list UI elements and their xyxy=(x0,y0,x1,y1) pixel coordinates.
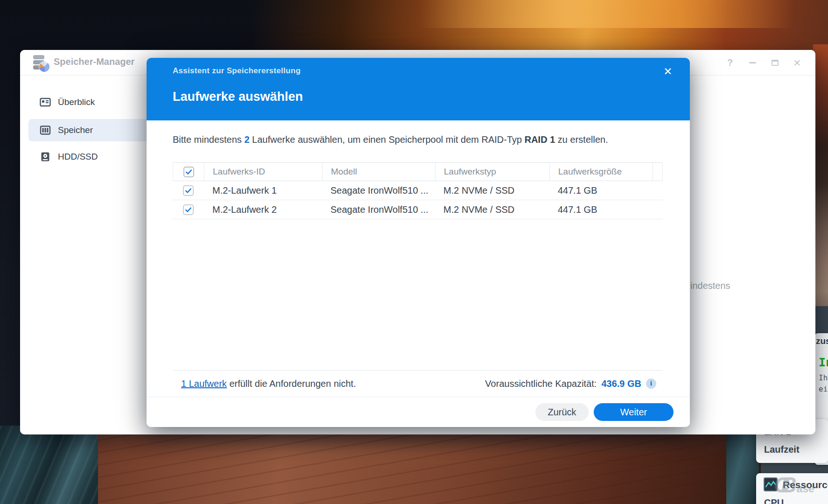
resource-monitor-widget: Ressource CPU xyxy=(756,473,828,504)
drive-2-checkbox[interactable] xyxy=(183,204,194,215)
overview-icon xyxy=(40,97,51,108)
close-window-button[interactable]: ✕ xyxy=(792,58,802,68)
sidebar-item-label: Speicher xyxy=(58,125,93,135)
sidebar-item-label: HDD/SSD xyxy=(58,152,98,162)
storage-icon xyxy=(40,125,51,136)
drive-table: Laufwerks-ID Modell Laufwerkstyp Laufwer… xyxy=(173,162,663,219)
column-header-drive-id[interactable]: Laufwerks-ID xyxy=(204,163,323,181)
resource-monitor-icon xyxy=(764,477,778,491)
storage-manager-app-icon xyxy=(32,54,49,72)
status-text-green: In xyxy=(819,356,828,369)
unqualified-drives-link[interactable]: 1 Laufwerk xyxy=(181,378,227,389)
sidebar: Überblick Speicher HDD/SSD xyxy=(20,76,165,434)
next-button[interactable]: Weiter xyxy=(594,403,674,421)
drive-size-cell: 447.1 GB xyxy=(549,200,653,219)
minimize-button[interactable] xyxy=(747,58,758,68)
min-drive-count: 2 xyxy=(244,134,249,145)
pie-chart-icon xyxy=(39,62,49,72)
info-icon[interactable]: i xyxy=(646,378,656,389)
drive-table-header: Laufwerks-ID Modell Laufwerkstyp Laufwer… xyxy=(173,162,663,181)
drive-model-cell: Seagate IronWolf510 ... xyxy=(322,181,435,200)
hdd-icon xyxy=(40,151,51,162)
dialog-footer: Zurück Weiter xyxy=(147,397,690,427)
drive-id-cell: M.2-Laufwerk 1 xyxy=(204,181,322,200)
column-header-drive-size[interactable]: Laufwerksgröße xyxy=(550,163,653,181)
raid-type: RAID 1 xyxy=(525,134,555,145)
select-all-cell xyxy=(173,163,204,181)
requirement-note: 1 Laufwerk erfüllt die Anforderungen nic… xyxy=(181,378,356,389)
widget-text-fragment: zus xyxy=(816,336,828,346)
sidebar-item-speicher[interactable]: Speicher xyxy=(28,119,160,141)
sidebar-item-ueberblick[interactable]: Überblick xyxy=(28,91,160,113)
dialog-header: Assistent zur Speichererstellung Laufwer… xyxy=(147,58,690,120)
back-button[interactable]: Zurück xyxy=(535,403,589,421)
drive-type-cell: M.2 NVMe / SSD xyxy=(435,200,549,219)
column-header-drive-type[interactable]: Laufwerkstyp xyxy=(435,163,550,181)
maximize-button[interactable] xyxy=(770,58,780,68)
window-title: Speicher-Manager xyxy=(54,56,134,67)
instruction-middle: Laufwerke auswählen, um einen Speicherpo… xyxy=(250,134,525,145)
drive-model-cell: Seagate IronWolf510 ... xyxy=(322,200,435,219)
help-button[interactable]: ? xyxy=(725,58,735,68)
sidebar-item-hdd-ssd[interactable]: HDD/SSD xyxy=(28,146,160,168)
wallpaper-brown-streaks xyxy=(98,427,761,504)
widget-text-fragment: ei xyxy=(819,385,828,393)
drive-row-2[interactable]: M.2-Laufwerk 2 Seagate IronWolf510 ... M… xyxy=(173,200,663,219)
column-header-model[interactable]: Modell xyxy=(323,163,435,181)
summary-row: 1 Laufwerk erfüllt die Anforderungen nic… xyxy=(173,370,663,397)
storage-creation-wizard-dialog: Assistent zur Speichererstellung Laufwer… xyxy=(147,58,690,427)
column-header-spare xyxy=(653,163,663,181)
drive-type-cell: M.2 NVMe / SSD xyxy=(435,181,549,200)
cpu-label: CPU xyxy=(764,497,784,504)
sidebar-item-label: Überblick xyxy=(58,97,95,107)
widget-text-fragment: Ih xyxy=(819,373,828,382)
instruction-prefix: Bitte mindestens xyxy=(173,134,244,145)
drive-size-cell: 447.1 GB xyxy=(549,181,653,200)
resource-label: Ressource xyxy=(783,479,828,490)
close-dialog-button[interactable]: ✕ xyxy=(660,63,676,79)
drive-1-checkbox[interactable] xyxy=(183,185,194,196)
wizard-title: Assistent zur Speichererstellung xyxy=(173,66,301,76)
wallpaper-flame-highlight xyxy=(420,0,793,28)
instruction-suffix: zu erstellen. xyxy=(555,134,608,145)
dialog-step-title: Laufwerke auswählen xyxy=(173,90,303,104)
window-controls: ? ✕ xyxy=(725,50,802,76)
capacity-summary: Voraussichtliche Kapazität: 436.9 GB i xyxy=(485,378,656,389)
check-icon xyxy=(185,168,193,176)
check-icon xyxy=(184,206,192,214)
capacity-label: Voraussichtliche Kapazität: xyxy=(485,378,596,389)
instruction-text: Bitte mindestens 2 Laufwerke auswählen, … xyxy=(173,134,608,145)
check-icon xyxy=(184,187,192,195)
requirement-note-text: erfüllt die Anforderungen nicht. xyxy=(227,378,356,389)
minimize-icon xyxy=(749,62,756,63)
background-text-fragment: indestens xyxy=(690,280,730,291)
capacity-value: 436.9 GB xyxy=(601,378,641,389)
wallpaper-teal-patch xyxy=(726,430,759,504)
drive-row-1[interactable]: M.2-Laufwerk 1 Seagate IronWolf510 ... M… xyxy=(173,181,663,200)
desktop: zus In Ih ei LAN 1 Laufzeit Ressource CP… xyxy=(0,0,828,504)
maximize-icon xyxy=(772,60,779,66)
drive-id-cell: M.2-Laufwerk 2 xyxy=(204,200,322,219)
select-all-checkbox[interactable] xyxy=(183,167,194,177)
runtime-label: Laufzeit xyxy=(764,444,800,455)
